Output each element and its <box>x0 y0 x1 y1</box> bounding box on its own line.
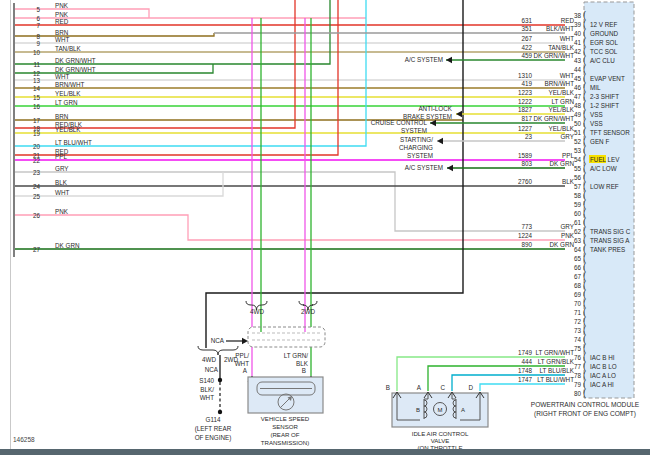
wire-color-label: LT GRN/WHT <box>535 349 574 356</box>
left-wire-color-label: DK GRN/WHT <box>55 66 96 73</box>
iac-caption: VALVE <box>431 437 450 444</box>
pcm-pin-number: 53 <box>574 147 582 154</box>
nca-label: NCA <box>211 337 225 344</box>
circuit-number: 2760 <box>518 178 533 185</box>
iac-motor-label: M <box>438 407 443 413</box>
left-wire-color-label: WHT <box>55 73 69 80</box>
wire-color-label: DK GRN <box>550 160 575 167</box>
left-pin-number: 5 <box>36 6 40 13</box>
pcm-pin-number: 56 <box>574 174 582 181</box>
wire-color-label: GRY <box>560 133 574 140</box>
wire-left-pin-25 <box>15 172 223 196</box>
wire-color-label: RED <box>561 17 575 24</box>
wire-color-label: BLK/WHT <box>546 25 574 32</box>
circuit-number: 1747 <box>518 376 533 383</box>
left-pin-number: 9 <box>36 40 40 47</box>
left-pin-number: 10 <box>33 49 41 56</box>
circuit-number: 1223 <box>518 89 533 96</box>
arrow-icon <box>437 138 443 144</box>
pcm-pin-number: 77 <box>574 363 582 370</box>
branch-label-4wd: 4WD <box>202 356 216 363</box>
diagram-reference-code: 146258 <box>13 436 35 443</box>
pcm-pin-number: 79 <box>574 381 582 388</box>
pcm-function-label: IAC B HI <box>590 354 615 361</box>
system-annotation: ANTI-LOCK <box>418 105 452 112</box>
pcm-function-label: TCC SOL <box>590 48 618 55</box>
pcm-caption: POWERTRAIN CONTROL MODULE <box>531 401 640 408</box>
left-wire-color-label: WHT <box>55 36 69 43</box>
pcm-pin-number: 67 <box>574 273 582 280</box>
wiring-diagram-canvas: 5PNK6PNK7RED8BRN9WHT10TAN/BLK11DK GRN/WH… <box>0 0 650 455</box>
wire-left-pin-8 <box>15 33 214 36</box>
pcm-function-label: 2-3 SHIFT <box>590 93 619 100</box>
pcm-pin-number: 80 <box>574 390 582 397</box>
pcm-function-label: LOW REF <box>590 183 619 190</box>
pcm-pin-number: 46 <box>574 84 582 91</box>
left-wire-color-label: LT GRN <box>55 99 78 106</box>
left-wire-color-label: PNK <box>55 208 69 215</box>
pcm-pin-number: 40 <box>574 30 582 37</box>
left-pin-number: 24 <box>33 183 41 190</box>
pcm-pin-number: 64 <box>574 246 582 253</box>
pcm-function-label: FUEL LEV <box>590 156 620 163</box>
pcm-function-label: MIL <box>590 84 601 91</box>
wire-color-label: PNK <box>561 232 575 239</box>
circuit-number: 1222 <box>518 98 533 105</box>
pcm-pin-number: 60 <box>574 210 582 217</box>
pcm-pin-number: 73 <box>574 327 582 334</box>
system-annotation: A/C SYSTEM <box>405 164 443 171</box>
left-pin-number: 14 <box>33 85 41 92</box>
circuit-number: 351 <box>521 25 532 32</box>
vss-wire-a-color: WHT <box>235 360 249 367</box>
pcm-function-label: GEN F <box>590 138 609 145</box>
pcm-pin-bracket-icon: ( <box>583 388 586 398</box>
left-pin-number: 7 <box>36 22 40 29</box>
left-wire-color-label: BRN/WHT <box>55 81 85 88</box>
pcm-pin-number: 78 <box>574 372 582 379</box>
left-wire-color-label: YEL/BLK <box>55 126 81 133</box>
pcm-pin-number: 75 <box>574 345 582 352</box>
pcm-function-label: 1-2 SHIFT <box>590 102 619 109</box>
left-wire-color-label: DK GRN/WHT <box>55 57 96 64</box>
pcm-function-label: 12 V REF <box>590 21 617 28</box>
pcm-pin-number: 72 <box>574 318 582 325</box>
vss-wire-b-color: LT GRN/ <box>284 352 309 359</box>
left-wire-color-label: RED <box>55 18 69 25</box>
wire-color-label: LT GRN/BLK <box>538 358 575 365</box>
left-wire-color-label: LT BLU/WHT <box>55 139 92 146</box>
left-pin-number: 12 <box>33 70 41 77</box>
pcm-pin-number: 52 <box>574 138 582 145</box>
wire-color-label: YEL/BLK <box>548 125 574 132</box>
circuit-number: 1224 <box>518 232 533 239</box>
vss-caption: SENSOR <box>272 423 298 430</box>
iac-caption: IDLE AIR CONTROL <box>412 430 469 437</box>
pcm-pin-number: 55 <box>574 165 582 172</box>
pcm-caption: (RIGHT FRONT OF ENG COMPT) <box>534 410 636 418</box>
arrow-icon <box>456 111 462 117</box>
pcm-function-label: EGR SOL <box>590 39 618 46</box>
splice-dot <box>218 378 222 382</box>
pcm-pin-number: 45 <box>574 75 582 82</box>
pcm-pin-number: 74 <box>574 336 582 343</box>
left-pin-number: 15 <box>33 94 41 101</box>
wire-left-pin-23 <box>15 172 565 231</box>
circuit-number: 1227 <box>518 125 533 132</box>
wire-color-label: LT BLU/WHT <box>537 376 574 383</box>
inline-connector-box <box>248 327 325 347</box>
system-annotation: CRUISE CONTROL <box>371 119 428 126</box>
ground-label: G114 <box>206 416 221 423</box>
ground-label: (LEFT REAR <box>195 425 232 433</box>
pcm-function-label: VSS <box>590 111 603 118</box>
ground-label: OF ENGINE) <box>195 434 232 442</box>
arrow-icon <box>446 57 452 63</box>
pcm-pin-number: 66 <box>574 264 582 271</box>
wire-color-label: TAN/BLK <box>548 44 575 51</box>
left-wire-color-label: YEL/BLK <box>55 90 81 97</box>
pcm-pin-number: 44 <box>574 66 582 73</box>
left-wire-color-label: BLK <box>55 179 68 186</box>
left-pin-number: 13 <box>33 77 41 84</box>
pcm-pin-number: 38 <box>574 12 582 19</box>
arrow-icon <box>447 165 453 171</box>
wire-color-label: LT GRN <box>551 98 574 105</box>
left-pin-number: 6 <box>36 15 40 22</box>
